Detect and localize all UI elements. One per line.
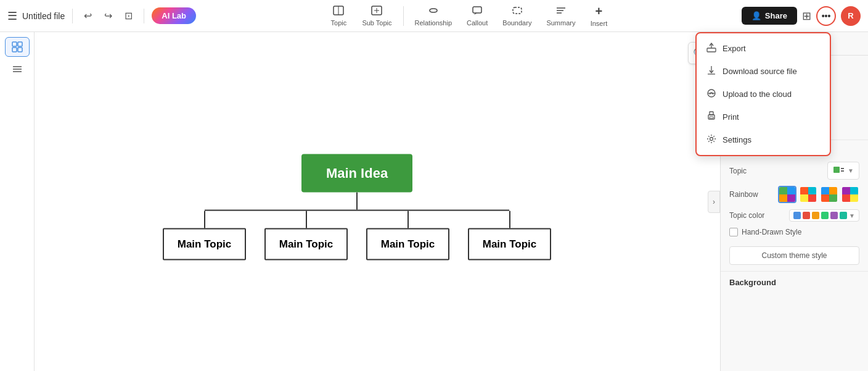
topic-style-label: Topic <box>729 167 747 175</box>
export-icon <box>706 43 716 54</box>
rainbow-option-3[interactable] <box>820 186 838 203</box>
tool-callout[interactable]: Callout <box>461 3 494 29</box>
svg-point-20 <box>710 138 713 141</box>
color-dot-3 <box>812 212 819 219</box>
connector-v4 <box>509 211 510 228</box>
connector-v3 <box>407 211 409 228</box>
collapse-button[interactable]: › <box>708 191 720 213</box>
topic-box-3[interactable]: Main Topic <box>366 228 449 260</box>
tool-boundary-label: Boundary <box>502 19 531 27</box>
download-label: Download source file <box>723 67 797 76</box>
dropdown-arrow: ▼ <box>848 167 854 174</box>
insert-icon: + <box>596 4 603 19</box>
print-icon <box>706 111 716 123</box>
share-button[interactable]: 👤 Share <box>742 7 797 25</box>
dropdown-menu: Export Download source file Upload to th… <box>695 32 831 156</box>
ai-lab-button[interactable]: AI Lab <box>152 7 196 24</box>
dropdown-print[interactable]: Print <box>697 106 830 128</box>
topic-col-4: Main Topic <box>459 211 560 260</box>
tool-relationship[interactable]: Relationship <box>409 3 459 29</box>
dropdown-download[interactable]: Download source file <box>697 60 830 83</box>
avatar[interactable]: R <box>841 6 861 26</box>
undo-button[interactable]: ↩ <box>80 7 96 24</box>
tool-boundary[interactable]: Boundary <box>496 3 538 29</box>
topics-row: Main Topic Main Topic Main Topic Main To… <box>154 211 560 260</box>
diagram-style-section: Diagram style Topic ▼ Rain <box>721 140 868 271</box>
menu-icon[interactable]: ☰ <box>7 9 17 23</box>
tree-section: Main Idea Main Topic Main Topic <box>154 154 560 260</box>
collapse-icon: › <box>713 198 715 206</box>
color-dot-1 <box>793 212 801 219</box>
color-dot-5 <box>830 212 838 219</box>
toolbar-left: ☰ Untitled file ↩ ↪ ⊡ AI Lab <box>7 7 196 24</box>
svg-rect-28 <box>833 167 840 173</box>
topic-color-row: Topic color ▼ <box>729 209 859 222</box>
svg-rect-7 <box>513 7 522 14</box>
topic-style-dropdown[interactable]: ▼ <box>827 162 859 180</box>
topic-box-2[interactable]: Main Topic <box>264 228 348 260</box>
topic-box-1[interactable]: Main Topic <box>163 228 246 260</box>
left-sidebar <box>0 32 35 371</box>
tool-topic[interactable]: Topic <box>324 3 353 29</box>
color-dot-2 <box>803 212 810 219</box>
hand-drawn-checkbox[interactable] <box>729 228 738 236</box>
rainbow-option-2[interactable] <box>799 186 817 203</box>
topic-col-3: Main Topic <box>357 211 459 260</box>
rainbow-option-1[interactable] <box>778 186 796 203</box>
rainbow-option-4[interactable] <box>841 186 859 203</box>
tool-summary[interactable]: Summary <box>540 3 581 29</box>
tool-relationship-label: Relationship <box>415 19 452 27</box>
redo-button[interactable]: ↪ <box>100 7 116 24</box>
canvas-area[interactable]: 🔍 › Main Idea Main Topic <box>35 32 720 371</box>
tool-insert-label: Insert <box>591 20 608 27</box>
copy-button[interactable]: ⊡ <box>121 7 136 24</box>
svg-rect-24 <box>18 48 22 52</box>
share-label: Share <box>765 11 787 20</box>
toolbar-center: Topic Sub Topic Relationship Callout Bo <box>201 2 737 30</box>
tool-subtopic[interactable]: Sub Topic <box>356 3 398 29</box>
svg-rect-23 <box>12 48 17 52</box>
topic-color-label: Topic color <box>729 211 764 220</box>
grid-icon[interactable]: ⊞ <box>802 9 811 23</box>
tool-callout-label: Callout <box>467 19 488 27</box>
svg-rect-22 <box>18 42 22 46</box>
divider2 <box>144 9 144 23</box>
topic-color-selector[interactable]: ▼ <box>789 209 859 222</box>
upload-icon <box>706 88 716 100</box>
custom-theme-button[interactable]: Custom theme style <box>729 246 859 265</box>
color-arrow: ▼ <box>849 212 855 219</box>
divider <box>72 9 73 23</box>
upload-label: Upload to the cloud <box>723 90 792 99</box>
connector-v1 <box>204 211 205 228</box>
svg-rect-19 <box>710 117 713 119</box>
color-dot-6 <box>840 212 847 219</box>
topic-col-1: Main Topic <box>154 211 255 260</box>
rainbow-row: Rainbow <box>729 186 859 203</box>
topic-box-4[interactable]: Main Topic <box>468 228 551 260</box>
hand-drawn-row: Hand-Drawn Style <box>729 228 859 236</box>
mindmap: Main Idea Main Topic Main Topic <box>154 154 560 260</box>
main-idea-box[interactable]: Main Idea <box>301 154 412 192</box>
rainbow-label: Rainbow <box>729 190 758 199</box>
color-dot-4 <box>821 212 829 219</box>
sidebar-grid-view[interactable] <box>5 37 30 57</box>
share-icon: 👤 <box>751 11 761 20</box>
more-icon: ••• <box>822 11 831 21</box>
tool-insert[interactable]: + Insert <box>584 2 613 30</box>
tool-divider <box>403 6 404 26</box>
dropdown-settings[interactable]: Settings <box>697 128 830 151</box>
file-title[interactable]: Untitled file <box>22 11 65 21</box>
sidebar-list-view[interactable] <box>5 59 30 79</box>
relationship-icon <box>428 6 439 18</box>
dropdown-upload[interactable]: Upload to the cloud <box>697 83 830 106</box>
connector-down <box>356 192 358 209</box>
more-button[interactable]: ••• <box>816 6 836 26</box>
svg-rect-21 <box>12 42 17 46</box>
summary-icon <box>555 6 567 18</box>
background-section: Background <box>721 271 868 299</box>
toolbar: ☰ Untitled file ↩ ↪ ⊡ AI Lab Topic Sub T… <box>0 0 868 32</box>
topic-style-row: Topic ▼ <box>729 162 859 180</box>
svg-rect-11 <box>707 48 716 52</box>
dropdown-export[interactable]: Export <box>697 37 830 60</box>
tool-summary-label: Summary <box>546 19 575 27</box>
